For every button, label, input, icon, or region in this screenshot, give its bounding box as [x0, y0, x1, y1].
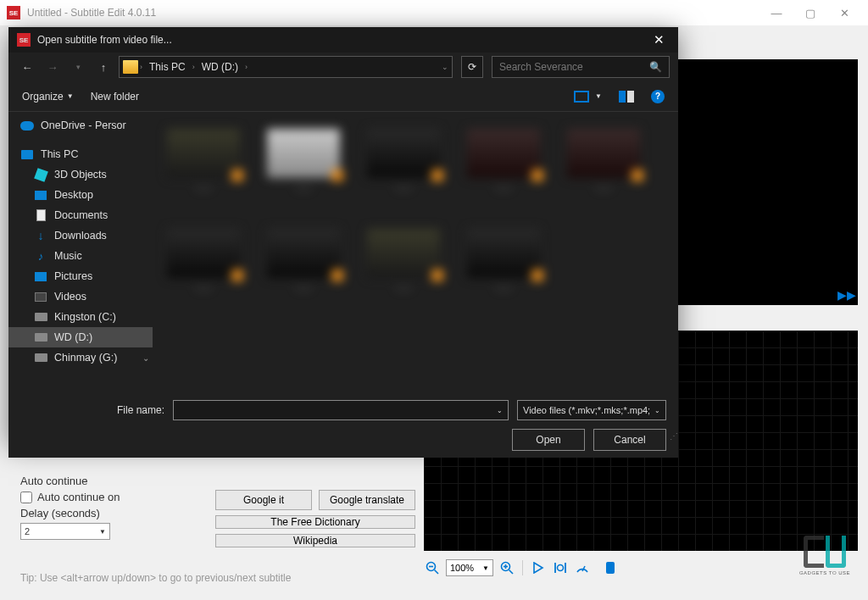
sidebar-item-documents[interactable]: Documents [8, 205, 153, 225]
nav-back-icon[interactable]: ← [17, 57, 37, 77]
svg-line-1 [435, 570, 439, 575]
file-grid[interactable]: —— —— —— —— —— —— —— —— —— [153, 112, 678, 392]
maximize-button[interactable]: ▢ [793, 0, 827, 25]
auto-continue-title: Auto continue [20, 475, 120, 487]
google-it-button[interactable]: Google it [215, 490, 312, 510]
nav-forward-icon[interactable]: → [42, 57, 63, 77]
breadcrumb-this-pc[interactable]: This PC [144, 61, 191, 73]
breadcrumb-dropdown-icon[interactable]: ⌄ [442, 63, 448, 71]
sidebar-item-videos[interactable]: Videos [8, 286, 153, 307]
sidebar-item-this-pc[interactable]: This PC [8, 144, 153, 164]
sidebar: OneDrive - Persor This PC 3D Objects Des… [8, 112, 153, 392]
file-thumb[interactable]: —— [461, 229, 546, 305]
dialog-title: Open subtitle from video file... [37, 34, 172, 46]
sidebar-item-pictures[interactable]: Pictures [8, 266, 153, 286]
close-button[interactable]: ✕ [827, 0, 861, 25]
toolbar-row: Organize▼ New folder ▼ ? [8, 81, 678, 112]
chevron-down-icon[interactable]: ⌄ [497, 407, 503, 414]
chevron-right-icon: › [140, 63, 142, 71]
dialog-footer: File name: ⌄ Video files (*.mkv;*.mks;*.… [8, 392, 678, 458]
new-folder-button[interactable]: New folder [91, 91, 139, 103]
sidebar-item-music[interactable]: ♪Music [8, 246, 153, 266]
search-input[interactable] [499, 61, 649, 73]
file-thumb[interactable]: —— [461, 129, 546, 205]
svg-rect-12 [576, 92, 587, 101]
svg-rect-13 [619, 91, 626, 103]
selection-icon[interactable] [552, 559, 569, 576]
zoom-in-icon[interactable] [498, 559, 515, 576]
file-thumb[interactable]: —— [261, 129, 346, 205]
svg-line-4 [509, 570, 514, 575]
cancel-button[interactable]: Cancel [593, 429, 666, 451]
nav-row: ← → ▾ ↑ › This PC › WD (D:) › ⌄ ⟳ 🔍 [8, 53, 678, 81]
app-title: Untitled - Subtitle Edit 4.0.11 [27, 7, 156, 19]
watermark: GADGETS TO USE [795, 536, 854, 586]
file-thumb[interactable]: —— [361, 129, 446, 205]
file-thumb[interactable]: —— [261, 229, 346, 305]
file-thumb[interactable]: —— [161, 229, 246, 305]
folder-icon [123, 60, 138, 74]
file-name-label: File name: [20, 404, 164, 416]
chevron-right-icon: › [245, 63, 248, 71]
sidebar-item-downloads[interactable]: ↓Downloads [8, 225, 153, 246]
chevron-down-icon[interactable]: ⌄ [142, 353, 149, 363]
position-slider-thumb[interactable] [606, 562, 615, 574]
dialog-icon: SE [17, 33, 31, 47]
video-skip-icon[interactable]: ▶▶ [837, 288, 856, 302]
sidebar-item-wd[interactable]: WD (D:) [8, 327, 153, 347]
sidebar-item-chinmay[interactable]: Chinmay (G:)⌄ [8, 347, 153, 368]
search-icon[interactable]: 🔍 [649, 61, 662, 73]
file-thumb[interactable]: —— [361, 229, 446, 305]
dialog-titlebar: SE Open subtitle from video file... ✕ [8, 27, 678, 53]
free-dictionary-button[interactable]: The Free Dictionary [215, 515, 415, 529]
search-box[interactable]: 🔍 [492, 56, 670, 78]
sidebar-item-kingston[interactable]: Kingston (C:) [8, 307, 153, 327]
app-titlebar: SE Untitled - Subtitle Edit 4.0.11 — ▢ ✕ [0, 0, 868, 25]
nav-recent-icon[interactable]: ▾ [68, 57, 88, 77]
refresh-button[interactable]: ⟳ [461, 56, 483, 78]
svg-point-9 [558, 565, 564, 571]
sidebar-item-onedrive[interactable]: OneDrive - Persor [8, 115, 153, 136]
file-name-input[interactable]: ⌄ [173, 400, 509, 420]
view-mode-button[interactable]: ▼ [574, 91, 602, 103]
file-type-dropdown[interactable]: Video files (*.mkv;*.mks;*.mp4;⌄ [517, 400, 666, 420]
breadcrumb-drive[interactable]: WD (D:) [197, 61, 243, 73]
delay-label: Delay (seconds) [20, 507, 100, 519]
minimize-button[interactable]: — [760, 0, 793, 25]
svg-rect-14 [627, 91, 634, 103]
auto-continue-on-label: Auto continue on [37, 491, 120, 503]
app-icon: SE [7, 6, 20, 19]
speed-icon[interactable] [574, 559, 591, 576]
auto-continue-checkbox[interactable] [20, 492, 32, 503]
help-icon[interactable]: ? [651, 90, 665, 103]
open-button[interactable]: Open [512, 429, 585, 451]
sidebar-item-desktop[interactable]: Desktop [8, 185, 153, 205]
chevron-right-icon: › [192, 63, 195, 71]
dialog-close-button[interactable]: ✕ [648, 29, 670, 51]
sidebar-item-3d-objects[interactable]: 3D Objects [8, 164, 153, 185]
file-thumb[interactable]: —— [161, 129, 246, 205]
delay-dropdown[interactable]: 2▼ [20, 523, 110, 540]
file-thumb[interactable]: —— [561, 129, 646, 205]
play-icon[interactable] [530, 559, 547, 576]
breadcrumb-bar[interactable]: › This PC › WD (D:) › ⌄ [119, 56, 453, 78]
playback-toolbar: 100%▼ [424, 556, 615, 580]
wikipedia-button[interactable]: Wikipedia [215, 534, 415, 547]
resize-grip[interactable]: ⋰ [670, 431, 676, 441]
organize-button[interactable]: Organize▼ [22, 91, 74, 103]
auto-continue-panel: Auto continue Auto continue on Delay (se… [20, 475, 120, 540]
tip-text: Tip: Use <alt+arrow up/down> to go to pr… [20, 572, 291, 584]
open-file-dialog: SE Open subtitle from video file... ✕ ← … [8, 27, 678, 442]
zoom-dropdown[interactable]: 100%▼ [446, 559, 493, 576]
zoom-out-icon[interactable] [424, 559, 441, 576]
google-translate-button[interactable]: Google translate [319, 490, 415, 510]
reference-buttons: Google it Google translate The Free Dict… [215, 490, 415, 547]
nav-up-icon[interactable]: ↑ [93, 57, 114, 77]
preview-pane-button[interactable] [619, 91, 634, 103]
